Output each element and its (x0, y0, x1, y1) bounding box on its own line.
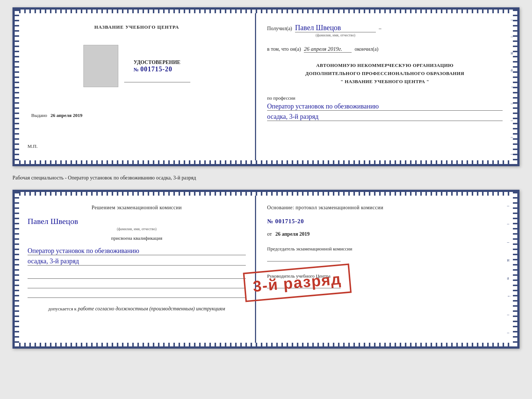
in-that-label: в том, что он(а) (267, 46, 301, 52)
side-dashes: – – и а ← – – – – (511, 17, 514, 157)
top-doc-right: Получил(а) Павел Швецов (фамилия, имя, о… (256, 13, 514, 160)
cert-number-prefix: № (134, 67, 139, 73)
stamp-text: 3-й разряд (252, 270, 342, 296)
chairman-block: Председатель экзаменационной комиссии (267, 245, 503, 261)
from-date-value: 26 апреля 2019 (275, 231, 309, 237)
qualification-label: присвоена квалификация (111, 235, 162, 241)
issued-label: Выдано (31, 113, 47, 118)
cert-number: 001715-20 (140, 65, 172, 73)
sign-line-3 (28, 291, 246, 298)
sign-line-1 (28, 272, 246, 279)
allowed-text: работе согласно должностным (производств… (78, 306, 225, 311)
issued-line: Выдано 26 апреля 2019 (31, 113, 246, 118)
top-doc-left: НАЗВАНИЕ УЧЕБНОГО ЦЕНТРА УДОСТОВЕРЕНИЕ №… (18, 13, 256, 160)
profession-label: по профессии (267, 95, 295, 101)
decision-text: Решением экзаменационной комиссии (91, 205, 182, 211)
finished-label: окончил(а) (355, 46, 378, 52)
allowed-label: допускается к (48, 306, 76, 311)
training-center-title: НАЗВАНИЕ УЧЕБНОГО ЦЕНТРА (94, 24, 179, 30)
chairman-sign-line (267, 255, 341, 261)
separator-line (124, 82, 190, 82)
top-document: НАЗВАНИЕ УЧЕБНОГО ЦЕНТРА УДОСТОВЕРЕНИЕ №… (12, 7, 520, 166)
org-block: АВТОНОМНУЮ НЕКОММЕРЧЕСКУЮ ОРГАНИЗАЦИЮ ДО… (267, 61, 503, 86)
received-name: Павел Швецов (295, 24, 376, 32)
org-line1: АВТОНОМНУЮ НЕКОММЕРЧЕСКУЮ ОРГАНИЗАЦИЮ (267, 61, 503, 70)
received-dash: – (379, 26, 381, 32)
basis-text: Основание: протокол экзаменационной коми… (267, 205, 503, 211)
bottom-doc-left: Решением экзаменационной комиссии Павел … (18, 196, 256, 343)
chairman-label: Председатель экзаменационной комиссии (267, 245, 503, 253)
profession-line2: осадка, 3-й разряд (267, 113, 503, 121)
profession-line1: Оператор установок по обезвоживанию (267, 103, 503, 111)
cert-label: УДОСТОВЕРЕНИЕ (134, 60, 180, 65)
bottom-name: Павел Швецов (28, 217, 246, 226)
separation-text: Рабочая специальность - Оператор установ… (12, 173, 520, 183)
certificate-number-block: УДОСТОВЕРЕНИЕ № 001715-20 (134, 60, 180, 73)
bottom-name-sub: (фамилия, имя, отчество) (28, 227, 246, 231)
qualification-line1: Оператор установок по обезвоживанию (28, 247, 246, 255)
protocol-num: 001715-20 (275, 218, 304, 224)
from-date-line: от 26 апреля 2019 (267, 231, 503, 237)
bottom-document: Решением экзаменационной комиссии Павел … (12, 190, 520, 349)
received-label: Получил(а) (267, 26, 292, 32)
org-line3: " НАЗВАНИЕ УЧЕБНОГО ЦЕНТРА " (267, 78, 503, 86)
from-label: от (267, 231, 272, 237)
protocol-prefix: № (267, 218, 273, 224)
received-name-sub: (фамилия, имя, отчество) (295, 33, 376, 37)
qualification-line2: осадка, 3-й разряд (28, 257, 246, 266)
protocol-number: № 001715-20 (267, 218, 503, 225)
photo-placeholder (83, 45, 118, 87)
org-line2: ДОПОЛНИТЕЛЬНОГО ПРОФЕССИОНАЛЬНОГО ОБРАЗО… (267, 70, 503, 78)
bottom-side-dashes: – – – и а ← – – (507, 203, 510, 335)
sign-lines (28, 272, 246, 298)
sign-line-2 (28, 282, 246, 288)
issued-date: 26 апреля 2019 (51, 113, 83, 118)
in-that-date: 26 апреля 2019г. (304, 46, 352, 53)
allowed-block: допускается к работе согласно должностны… (48, 306, 225, 312)
mp-stamp: М.П. (28, 143, 37, 149)
profession-block: по профессии Оператор установок по обезв… (267, 95, 503, 121)
